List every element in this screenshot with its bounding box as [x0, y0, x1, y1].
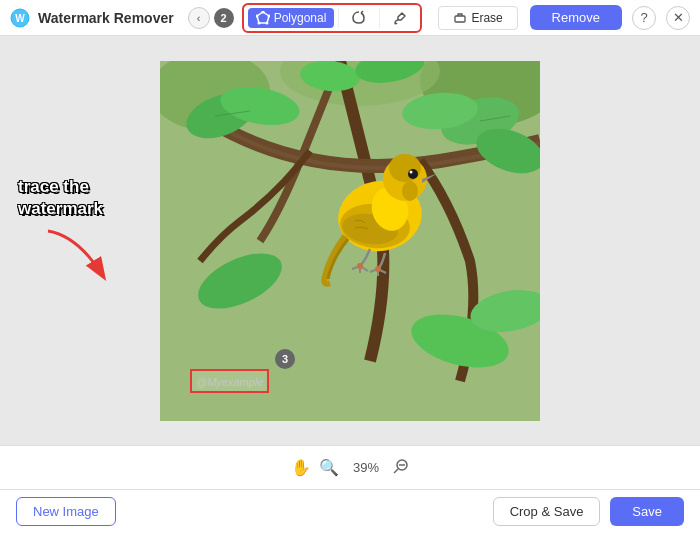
annotation-text: trace thewatermark: [18, 176, 118, 220]
nav-buttons: ‹ 2: [188, 7, 234, 29]
zoom-percentage: 39%: [347, 460, 385, 475]
erase-button[interactable]: Erase: [438, 6, 517, 30]
erase-label: Erase: [471, 11, 502, 25]
main-area: trace thewatermark: [0, 36, 700, 445]
svg-point-36: [375, 266, 381, 272]
crop-save-button[interactable]: Crop & Save: [493, 497, 601, 526]
arrow-icon: [38, 226, 118, 286]
svg-line-38: [394, 469, 398, 473]
zoom-in-icon[interactable]: 🔍: [319, 458, 339, 477]
polygonal-label: Polygonal: [274, 11, 327, 25]
svg-marker-2: [257, 12, 269, 23]
close-button[interactable]: ✕: [666, 6, 690, 30]
bird-scene-svg: [160, 61, 540, 421]
brush-icon: [392, 10, 408, 26]
svg-rect-8: [455, 16, 465, 22]
svg-point-34: [402, 181, 418, 201]
zoom-out-icon[interactable]: [393, 458, 409, 477]
lasso-tool-button[interactable]: [343, 7, 375, 29]
zoom-controls: ✋ 🔍 39%: [291, 458, 409, 477]
new-image-button[interactable]: New Image: [16, 497, 116, 526]
polygonal-tool-button[interactable]: Polygonal: [248, 8, 335, 28]
polygonal-icon: [256, 11, 270, 25]
canvas-container: @Myexample 3: [160, 61, 540, 421]
remove-button[interactable]: Remove: [530, 5, 622, 30]
brush-tool-button[interactable]: [384, 7, 416, 29]
tool-group: Polygonal: [242, 3, 423, 33]
tool-separator2: [379, 8, 380, 28]
app-logo-icon: W: [10, 8, 30, 28]
back-button[interactable]: ‹: [188, 7, 210, 29]
svg-text:W: W: [15, 13, 25, 24]
step3-badge: 3: [275, 349, 295, 369]
app-title: Watermark Remover: [38, 10, 174, 26]
lasso-icon: [351, 10, 367, 26]
svg-point-6: [257, 21, 260, 24]
bottom-right-buttons: Crop & Save Save: [493, 497, 684, 526]
help-button[interactable]: ?: [632, 6, 656, 30]
bird-image: @Myexample 3: [160, 61, 540, 421]
watermark-box: @Myexample: [190, 369, 269, 393]
step2-badge: 2: [214, 8, 234, 28]
annotation: trace thewatermark: [18, 176, 118, 290]
watermark-text: @Myexample: [196, 376, 263, 388]
status-bar: ✋ 🔍 39%: [0, 445, 700, 489]
bottom-bar: New Image Crop & Save Save: [0, 489, 700, 533]
title-bar: W Watermark Remover ‹ 2 Polygonal: [0, 0, 700, 36]
erase-icon: [453, 11, 467, 25]
hand-tool-icon[interactable]: ✋: [291, 458, 311, 477]
title-right: Remove ? ✕: [526, 5, 690, 30]
svg-point-32: [408, 169, 418, 179]
title-left: W Watermark Remover ‹ 2 Polygonal: [10, 3, 518, 33]
svg-point-35: [357, 263, 363, 269]
tool-separator: [338, 8, 339, 28]
save-button[interactable]: Save: [610, 497, 684, 526]
svg-point-5: [265, 21, 268, 24]
arrow-container: [38, 226, 118, 290]
svg-point-33: [410, 170, 413, 173]
